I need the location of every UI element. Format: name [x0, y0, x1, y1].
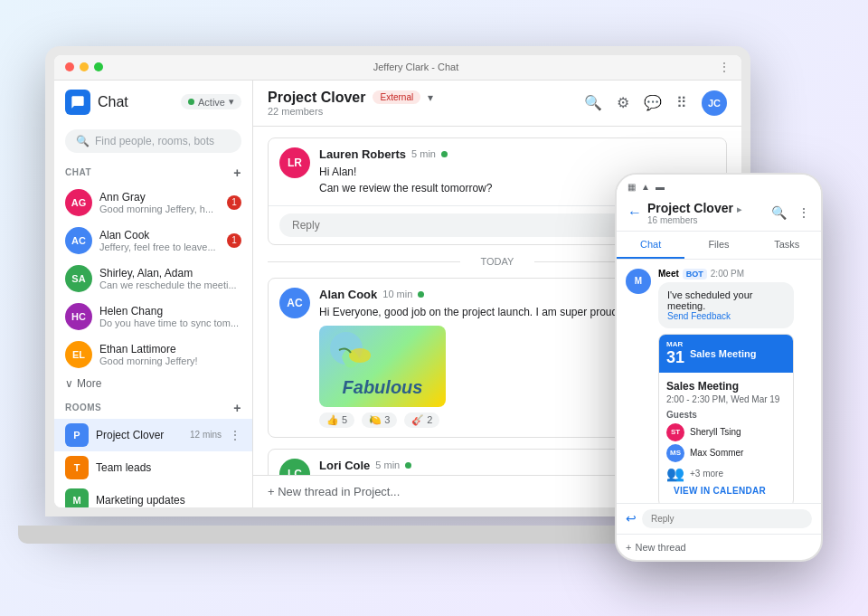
- chat-item-ethan[interactable]: EL Ethan Lattimore Good morning Jeffery!: [54, 336, 252, 374]
- message-avatar: AC: [279, 288, 310, 318]
- chat-item-name: Shirley, Alan, Adam: [99, 267, 241, 280]
- phone-overlay: ▦ ▲ ▬ ← Project Clover ▸ 16 members 🔍 ⋮ …: [615, 173, 823, 562]
- guest-avatar: MS: [666, 444, 684, 462]
- status-label: Active: [198, 97, 225, 108]
- room-item-team-leads[interactable]: T Team leads: [54, 451, 252, 484]
- chat-item-shirley[interactable]: SA Shirley, Alan, Adam Can we reschedule…: [54, 260, 252, 298]
- app-title: Chat: [98, 94, 128, 110]
- tab-chat[interactable]: Chat: [617, 232, 684, 259]
- status-badge[interactable]: Active ▾: [181, 94, 241, 109]
- reaction-thumbs[interactable]: 👍5: [319, 412, 354, 428]
- calendar-month: MAR: [666, 340, 684, 348]
- calendar-card: MAR 31 Sales Meeting Sales Meeting 2:00 …: [658, 334, 794, 503]
- phone-reply-input[interactable]: [642, 509, 812, 528]
- phone-dots-icon[interactable]: ⋮: [797, 205, 810, 220]
- unread-badge: 1: [227, 195, 241, 210]
- bot-bubble: I've scheduled your meeting. Send Feedba…: [658, 282, 794, 328]
- apps-icon[interactable]: ⠿: [676, 94, 687, 111]
- chat-item-name: Helen Chang: [99, 305, 241, 317]
- close-button[interactable]: [65, 62, 74, 71]
- rooms-section-label: ROOMS +: [54, 393, 252, 419]
- guest-name: Sheryll Tsing: [690, 427, 741, 437]
- window-dots-icon[interactable]: ⋮: [718, 60, 731, 74]
- bot-time: 2:00 PM: [711, 269, 744, 279]
- wifi-icon: ▲: [641, 182, 650, 192]
- avatar: SA: [65, 265, 92, 292]
- phone-member-count: 16 members: [647, 215, 766, 225]
- chat-item-alan-cook[interactable]: AC Alan Cook Jeffery, feel free to leave…: [54, 222, 252, 260]
- message-avatar: LC: [279, 459, 310, 475]
- project-title: Project Clover: [268, 90, 365, 106]
- minimize-button[interactable]: [80, 62, 89, 71]
- chat-item-ann-gray[interactable]: AG Ann Gray Good morning Jeffery, h... 1: [54, 184, 252, 222]
- new-thread-label: New thread: [635, 542, 685, 553]
- phone-new-thread-bar[interactable]: + New thread: [617, 534, 821, 560]
- message-sender: Alan Cook: [319, 288, 377, 301]
- chevron-down-icon[interactable]: ▾: [428, 91, 433, 104]
- avatar: HC: [65, 303, 92, 330]
- room-dots-icon: ⋮: [229, 428, 241, 442]
- traffic-lights: [65, 62, 103, 71]
- phone-header: ← Project Clover ▸ 16 members 🔍 ⋮: [617, 195, 821, 232]
- reaction-lemon[interactable]: 🍋3: [362, 412, 397, 428]
- room-name: Marketing updates: [96, 494, 241, 507]
- chat-item-preview: Jeffery, feel free to leave...: [99, 242, 220, 252]
- maximize-button[interactable]: [94, 62, 103, 71]
- guest-name: Max Sommer: [690, 448, 743, 458]
- phone-reply-icon[interactable]: ↩: [626, 511, 637, 526]
- online-indicator: [405, 462, 411, 469]
- user-avatar[interactable]: JC: [702, 90, 727, 116]
- status-chevron: ▾: [229, 96, 234, 108]
- avatar: AG: [65, 189, 92, 216]
- search-icon[interactable]: 🔍: [584, 94, 602, 111]
- calendar-header: MAR 31 Sales Meeting: [659, 335, 793, 373]
- meeting-title-body: Sales Meeting: [666, 380, 786, 393]
- phone-status-bar: ▦ ▲ ▬: [617, 175, 821, 195]
- message-time: 10 min: [382, 289, 412, 299]
- phone-tabs: Chat Files Tasks: [617, 232, 821, 260]
- chat-item-preview: Good morning Jeffery, h...: [99, 204, 220, 214]
- add-chat-button[interactable]: +: [233, 166, 241, 180]
- phone-messages: M Meet BOT 2:00 PM I've scheduled your m…: [617, 260, 821, 503]
- chat-item-name: Ethan Lattimore: [99, 343, 241, 355]
- tab-tasks[interactable]: Tasks: [753, 232, 821, 259]
- chat-item-name: Ann Gray: [99, 191, 220, 204]
- room-icon: M: [65, 488, 89, 507]
- search-bar[interactable]: 🔍 Find people, rooms, bots: [65, 129, 241, 153]
- svg-point-1: [349, 348, 371, 363]
- tab-files[interactable]: Files: [684, 232, 752, 259]
- phone-header-icons: 🔍 ⋮: [771, 205, 810, 220]
- bot-message-text: I've scheduled your meeting.: [667, 289, 785, 311]
- room-icon: P: [65, 423, 89, 447]
- message-sender: Lori Cole: [319, 459, 370, 472]
- sidebar: Chat Active ▾ 🔍 Find people, rooms, bots: [54, 81, 253, 507]
- member-count: 22 members: [268, 106, 433, 117]
- title-bar: Jeffery Clark - Chat ⋮: [54, 55, 741, 81]
- room-item-marketing[interactable]: M Marketing updates: [54, 484, 252, 507]
- bot-label: BOT: [683, 269, 707, 280]
- more-guests-count: +3 more: [690, 469, 723, 479]
- view-calendar-link[interactable]: VIEW IN CALENDAR: [666, 482, 786, 499]
- active-dot-icon: [188, 99, 194, 105]
- chat-logo-icon: [65, 90, 90, 115]
- message-time: 5 min: [375, 460, 400, 470]
- send-feedback-link[interactable]: Send Feedback: [667, 311, 785, 321]
- chat-icon[interactable]: 💬: [644, 94, 662, 111]
- chat-more-link[interactable]: ∨ More: [54, 374, 252, 393]
- settings-icon[interactable]: ⚙: [617, 94, 629, 111]
- phone-project-title: Project Clover ▸: [647, 201, 766, 215]
- search-icon: 🔍: [76, 135, 90, 147]
- message-avatar: LR: [279, 147, 310, 178]
- room-item-project-clover[interactable]: P Project Clover 12 mins ⋮: [54, 419, 252, 451]
- chat-item-preview: Do you have time to sync tom...: [99, 317, 241, 328]
- chat-item-preview: Can we reschedule the meeti...: [99, 280, 241, 290]
- add-room-button[interactable]: +: [233, 401, 241, 415]
- room-name: Project Clover: [96, 429, 183, 441]
- plus-icon: +: [626, 542, 631, 553]
- more-guests: 👥 +3 more: [666, 465, 786, 482]
- phone-search-icon[interactable]: 🔍: [771, 205, 787, 220]
- chat-item-helen[interactable]: HC Helen Chang Do you have time to sync …: [54, 298, 252, 336]
- sidebar-header: Chat Active ▾: [54, 81, 252, 124]
- back-arrow-icon[interactable]: ←: [627, 204, 642, 221]
- reaction-guitar[interactable]: 🎸2: [404, 412, 439, 428]
